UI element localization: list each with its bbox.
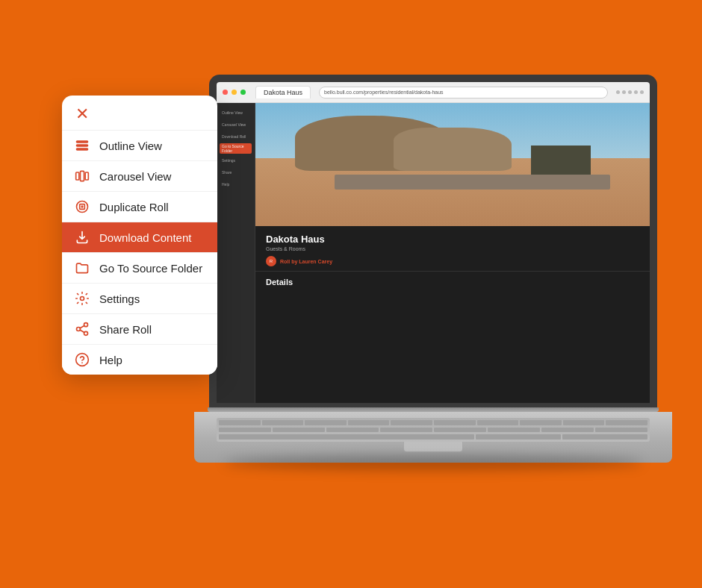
key: [380, 428, 432, 433]
browser-tab[interactable]: Dakota Haus: [255, 86, 311, 98]
folder-icon: [74, 260, 90, 275]
outline-icon: [74, 138, 90, 153]
carousel-icon: [74, 169, 90, 184]
menu-label-go-to-source-folder: Go To Source Folder: [99, 262, 202, 275]
laptop-keyboard: [217, 418, 650, 442]
action-dot-3: [628, 90, 632, 94]
duplicate-icon: [74, 199, 90, 214]
key: [219, 420, 261, 425]
property-info: Dakota Haus Guests & Rooms R Roll by Lau…: [255, 226, 650, 271]
sidebar-mini-settings[interactable]: Settings: [220, 155, 252, 166]
sidebar-mini-download[interactable]: Download Roll: [220, 131, 252, 142]
browser-actions: [616, 90, 644, 94]
svg-rect-0: [77, 141, 88, 143]
key: [348, 420, 390, 425]
menu-item-help[interactable]: Help: [62, 344, 217, 375]
key: [476, 434, 561, 440]
key: [477, 420, 519, 425]
key: [434, 420, 476, 425]
sidebar-mini-carousel[interactable]: Carousel View: [220, 119, 252, 130]
svg-line-13: [80, 330, 84, 332]
property-avatar-row: R Roll by Lauren Carey: [266, 256, 639, 266]
menu-item-carousel-view[interactable]: Carousel View: [62, 160, 217, 191]
details-label: Details: [255, 271, 650, 293]
menu-item-settings[interactable]: Settings: [62, 283, 217, 313]
key: [488, 428, 540, 433]
property-title: Dakota Haus: [266, 234, 639, 245]
svg-point-8: [81, 206, 83, 207]
action-dot-2: [622, 90, 626, 94]
menu-label-settings: Settings: [99, 293, 140, 305]
avatar-credit: Roll by Lauren Carey: [280, 259, 332, 264]
browser-content: Outline View Carousel View Download Roll…: [217, 103, 650, 403]
svg-rect-2: [77, 148, 88, 150]
key: [326, 428, 379, 433]
dropdown-menu: ✕ Outline View Carousel View: [62, 96, 217, 375]
menu-close-row: ✕: [62, 96, 217, 130]
key: [219, 428, 271, 433]
key: [305, 420, 347, 425]
action-dot-4: [634, 90, 638, 94]
stone-wall: [335, 175, 611, 190]
property-subtitle: Guests & Rooms: [266, 246, 639, 251]
avatar-by: by Lauren Carey: [291, 259, 332, 264]
browser-minimize-dot: [232, 90, 237, 95]
url-text: bello.bull.co.com/properties/residential…: [324, 90, 444, 95]
browser-sidebar: Outline View Carousel View Download Roll…: [217, 103, 255, 403]
svg-point-9: [81, 297, 84, 301]
laptop-screen: Dakota Haus bello.bull.co.com/properties…: [209, 75, 657, 410]
key-row-3: [219, 434, 647, 440]
help-icon: [74, 352, 90, 367]
avatar: R: [266, 256, 276, 266]
share-icon: [74, 322, 90, 337]
laptop-shadow: [224, 455, 642, 470]
key: [434, 428, 486, 433]
property-image: [255, 103, 650, 226]
key: [562, 434, 647, 440]
browser-url-bar[interactable]: bello.bull.co.com/properties/residential…: [319, 87, 608, 98]
browser-window: Dakota Haus bello.bull.co.com/properties…: [217, 82, 650, 403]
menu-label-duplicate-roll: Duplicate Roll: [99, 201, 169, 213]
menu-item-outline-view[interactable]: Outline View: [62, 130, 217, 160]
laptop: Dakota Haus bello.bull.co.com/properties…: [194, 75, 672, 463]
action-dot-5: [640, 90, 644, 94]
svg-rect-4: [81, 171, 84, 181]
menu-label-share-roll: Share Roll: [99, 323, 152, 336]
key: [273, 428, 325, 433]
menu-label-download-content: Download Content: [99, 231, 191, 244]
menu-label-carousel-view: Carousel View: [99, 170, 171, 183]
menu-item-download-content[interactable]: Download Content: [62, 222, 217, 252]
svg-line-14: [80, 325, 84, 328]
sidebar-mini-help[interactable]: Help: [220, 179, 252, 190]
close-icon: ✕: [75, 106, 89, 122]
sidebar-mini-outline[interactable]: Outline View: [220, 107, 252, 118]
key: [595, 428, 647, 433]
key: [520, 420, 562, 425]
key: [391, 420, 432, 425]
svg-rect-5: [85, 172, 88, 180]
key-row-2: [219, 428, 647, 433]
sidebar-mini-share[interactable]: Share: [220, 167, 252, 178]
key: [563, 420, 605, 425]
browser-toolbar: Dakota Haus bello.bull.co.com/properties…: [217, 82, 650, 103]
svg-rect-1: [77, 145, 88, 146]
key: [541, 428, 594, 433]
svg-rect-3: [76, 172, 79, 180]
action-dot-1: [616, 90, 620, 94]
key: [606, 420, 647, 425]
browser-close-dot: [223, 90, 228, 95]
browser-main-content: Dakota Haus Guests & Rooms R Roll by Lau…: [255, 103, 650, 403]
spacebar: [219, 434, 474, 440]
menu-label-help: Help: [99, 354, 122, 366]
key: [262, 420, 304, 425]
settings-icon: [74, 291, 90, 306]
browser-maximize-dot: [240, 90, 246, 95]
menu-item-go-to-source-folder[interactable]: Go To Source Folder: [62, 252, 217, 283]
menu-item-share-roll[interactable]: Share Roll: [62, 313, 217, 344]
menu-item-duplicate-roll[interactable]: Duplicate Roll: [62, 191, 217, 222]
close-button[interactable]: ✕: [74, 104, 90, 124]
download-icon: [74, 230, 90, 245]
sidebar-mini-source[interactable]: Go to Source Folder: [220, 143, 252, 154]
menu-label-outline-view: Outline View: [99, 140, 162, 152]
key-row-1: [219, 420, 647, 425]
